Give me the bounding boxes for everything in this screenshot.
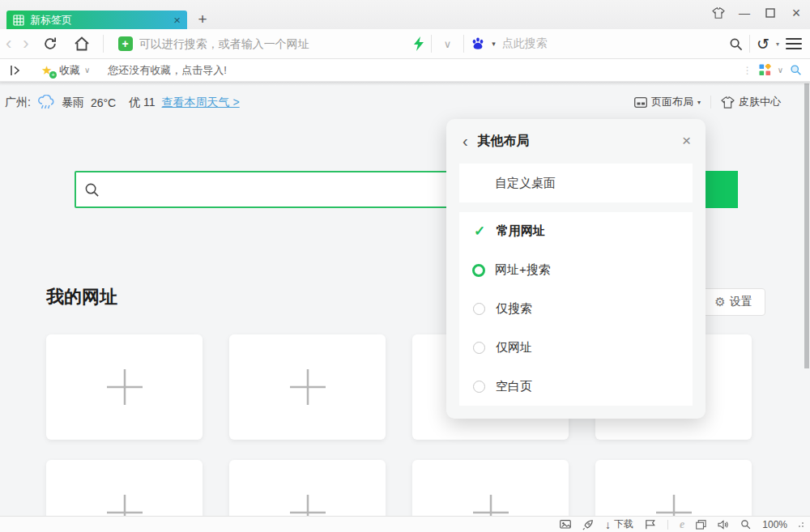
lightning-icon[interactable]: [413, 36, 424, 51]
download-button[interactable]: ↓ 下载: [605, 517, 633, 531]
plus-icon: [105, 368, 144, 406]
zoom-level[interactable]: 100%: [762, 519, 787, 530]
tab-new-tab-page[interactable]: 新标签页 ×: [6, 11, 187, 29]
menu-button[interactable]: [786, 38, 802, 49]
layout-option-label: 网址+搜索: [495, 262, 551, 278]
layout-option-label: 常用网址: [497, 223, 545, 239]
skin-icon[interactable]: [710, 5, 727, 21]
extensions-chevron-icon[interactable]: ∨: [778, 66, 783, 74]
toolbar-right-group: ↺ ▾: [729, 35, 810, 53]
layout-option-0[interactable]: ✓常用网址: [459, 212, 693, 251]
favorites-label[interactable]: 收藏: [59, 63, 80, 78]
layout-option-3[interactable]: 仅网址: [459, 328, 693, 367]
check-icon: ✓: [472, 223, 487, 240]
layout-option-1[interactable]: 网址+搜索: [459, 251, 693, 290]
layout-option-4[interactable]: 空白页: [459, 367, 693, 406]
minimize-button[interactable]: —: [735, 5, 753, 21]
screenshot-icon[interactable]: [560, 520, 571, 530]
omnibox-separator-2: [463, 35, 464, 53]
page-header-actions: 页面布局 ▾ 皮肤中心: [634, 95, 781, 109]
site-safety-icon[interactable]: +: [118, 36, 133, 51]
restore-window-icon[interactable]: [696, 520, 706, 530]
popup-close-icon[interactable]: ×: [682, 132, 706, 150]
sites-settings-button[interactable]: ⚙ 设置: [701, 288, 765, 316]
radio-icon: [473, 381, 485, 393]
sidebar-expand-icon[interactable]: [0, 66, 30, 75]
undo-closed-tab-icon[interactable]: ↺: [757, 36, 770, 52]
plus-icon: [288, 368, 327, 406]
add-site-card[interactable]: [229, 460, 386, 516]
add-site-card[interactable]: [46, 334, 202, 440]
radio-icon: [473, 303, 485, 315]
undo-caret-icon[interactable]: ▾: [776, 40, 779, 48]
url-input[interactable]: [139, 37, 407, 50]
address-toolbar: ‹ › + ∨ ▾ 点此搜索 ↺ ▾: [0, 29, 810, 59]
weather-city: 广州:: [5, 96, 31, 110]
layout-option-label: 仅搜索: [496, 301, 532, 317]
ie-mode-icon[interactable]: e: [680, 518, 684, 531]
layout-options-popup: ‹ 其他布局 × 自定义桌面 ✓常用网址网址+搜索仅搜索仅网址空白页: [446, 119, 706, 419]
layout-option-list: ✓常用网址网址+搜索仅搜索仅网址空白页: [459, 212, 693, 406]
popup-back-icon[interactable]: ‹: [446, 133, 475, 149]
plus-icon: [654, 493, 693, 516]
window-controls: — ×: [710, 5, 805, 21]
plus-icon: [288, 493, 327, 516]
tab-close-icon[interactable]: ×: [173, 14, 181, 26]
add-site-card[interactable]: [412, 460, 569, 516]
radio-selected-icon: [472, 264, 485, 277]
new-tab-button[interactable]: +: [193, 10, 212, 29]
plus-icon: [471, 493, 510, 516]
page-scrollbar[interactable]: [804, 83, 809, 368]
add-site-card[interactable]: [229, 334, 386, 440]
add-site-card[interactable]: [46, 460, 202, 516]
layout-option-label: 仅网址: [496, 340, 532, 355]
zoom-icon[interactable]: [740, 519, 751, 530]
zoom-search-icon[interactable]: [790, 64, 802, 76]
drag-handle-icon[interactable]: ⋮: [743, 65, 752, 76]
bookmarks-bar: ★ + 收藏 ∨ 您还没有收藏，点击导入! ⋮ ∨: [0, 59, 810, 82]
back-button[interactable]: ‹: [0, 35, 17, 53]
toolbar-right-separator: [749, 35, 750, 53]
forward-button[interactable]: ›: [17, 35, 34, 53]
search-engine-caret-icon[interactable]: ▾: [492, 40, 496, 48]
layout-caret-icon: ▾: [697, 99, 701, 106]
statusbar-separator: [667, 520, 668, 530]
radio-icon: [473, 342, 485, 354]
refresh-button[interactable]: [35, 36, 66, 51]
maximize-button[interactable]: [761, 5, 779, 21]
bookmarks-empty-hint[interactable]: 您还没有收藏，点击导入!: [108, 63, 227, 78]
url-dropdown-icon[interactable]: ∨: [438, 39, 458, 49]
gear-icon: ⚙: [714, 295, 725, 309]
layout-option-2[interactable]: 仅搜索: [459, 290, 693, 329]
home-button[interactable]: [66, 36, 98, 51]
rain-cloud-icon: [37, 95, 55, 111]
close-window-button[interactable]: ×: [787, 5, 805, 21]
add-site-card[interactable]: [595, 460, 752, 516]
custom-desktop-item[interactable]: 自定义桌面: [459, 164, 693, 202]
find-icon[interactable]: [729, 37, 743, 51]
report-flag-icon[interactable]: [645, 519, 656, 530]
weather-air-quality: 优 11: [129, 96, 155, 110]
favorites-star-icon[interactable]: ★ +: [41, 64, 54, 77]
popup-header: ‹ 其他布局 ×: [446, 119, 706, 163]
search-hint-text[interactable]: 点此搜索: [502, 36, 548, 51]
omnibox[interactable]: + ∨ ▾ 点此搜索: [109, 35, 729, 53]
status-bar: ↓ 下载 e 100%: [0, 516, 810, 532]
toolbar-separator: [103, 35, 104, 53]
baidu-search-engine-icon[interactable]: [471, 36, 485, 51]
weather-forecast-link[interactable]: 查看本周天气 >: [162, 96, 240, 110]
tab-grid-icon: [13, 15, 24, 26]
mute-speaker-icon[interactable]: [718, 520, 729, 530]
weather-condition: 暴雨: [62, 96, 84, 110]
plus-icon: [105, 493, 144, 516]
layout-option-label: 空白页: [496, 379, 532, 394]
favorites-chevron-icon[interactable]: ∨: [84, 66, 90, 74]
search-icon: [84, 182, 100, 198]
page-layout-button[interactable]: 页面布局 ▾: [634, 95, 701, 109]
resize-grip[interactable]: [799, 522, 804, 527]
my-sites-heading: 我的网址: [46, 285, 117, 309]
weather-widget: 广州: 暴雨 26°C 优 11 查看本周天气 >: [5, 95, 240, 111]
boost-rocket-icon[interactable]: [582, 519, 594, 530]
extensions-grid-icon[interactable]: [759, 64, 771, 76]
skin-center-button[interactable]: 皮肤中心: [721, 95, 781, 109]
